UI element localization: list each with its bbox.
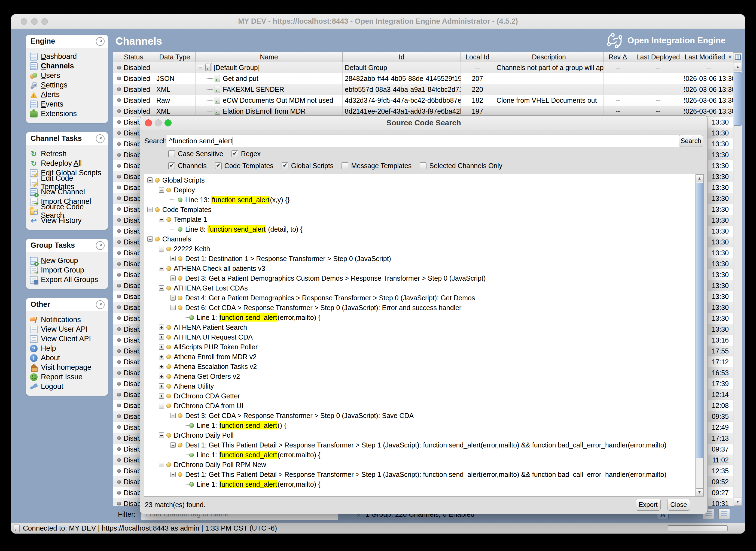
expand-node-icon[interactable]: + [170, 256, 176, 261]
table-row[interactable]: DisabledXMLFAKEXML SENDERebfb557d-08a3-4… [113, 84, 733, 95]
sidebar-item-edit-code-templates[interactable]: Edit Code Templates [30, 178, 106, 187]
tree-node[interactable]: −Template 1 [144, 214, 695, 224]
tree-scrollbar-thumb[interactable] [696, 183, 703, 458]
sidebar-item-source-code-search[interactable]: Source Code Search [30, 206, 106, 216]
column-header-last-modified[interactable]: Last Modified▼ [684, 52, 733, 62]
checkbox-icon[interactable] [282, 162, 288, 169]
tree-node[interactable]: Line 1: function send_alert() { [144, 421, 695, 430]
sidebar-item-view-client-api[interactable]: View Client API [30, 334, 106, 344]
expand-node-icon[interactable]: + [159, 374, 164, 379]
collapse-node-icon[interactable]: − [147, 207, 153, 212]
tree-node[interactable]: −Global Scripts [144, 175, 695, 185]
sidebar-item-about[interactable]: About [30, 353, 106, 363]
tree-node[interactable]: +DrChrono CDA Getter [144, 391, 695, 401]
zoom-window-button[interactable] [41, 18, 48, 25]
column-picker-button[interactable] [733, 52, 742, 62]
sidebar-item-new-group[interactable]: New Group [30, 256, 106, 265]
tree-node[interactable]: −Dest 1: Get This Patient Detail > Respo… [144, 440, 695, 450]
collapse-group-icon[interactable]: − [198, 65, 203, 70]
table-vertical-scrollbar[interactable]: ▲ ▼ [733, 62, 742, 506]
scroll-down-button[interactable]: ▼ [734, 498, 742, 506]
sidebar-item-import-group[interactable]: Import Group [30, 265, 106, 275]
tree-node[interactable]: Line 13: function send_alert(x,y) {} [144, 195, 695, 205]
expand-node-icon[interactable]: + [159, 384, 164, 389]
sidebar-item-visit-homepage[interactable]: Visit homepage [30, 363, 106, 372]
checkbox-icon[interactable] [342, 162, 348, 169]
expand-node-icon[interactable]: + [159, 393, 164, 399]
column-header-status[interactable]: Status [113, 52, 154, 62]
sidebar-item-view-user-api[interactable]: View User API [30, 325, 106, 334]
tree-node[interactable]: −ATHENA Check all patients v3 [144, 263, 695, 273]
tree-node[interactable]: Line 1: function send_alert(error,mailto… [144, 450, 695, 460]
expand-node-icon[interactable]: + [170, 276, 176, 281]
checkbox-icon[interactable] [168, 150, 175, 157]
sidebar-item-notifications[interactable]: Notifications [30, 315, 106, 325]
checkbox-regex[interactable]: Regex [231, 150, 261, 158]
collapse-panel-button[interactable]: » [96, 37, 105, 46]
sidebar-item-redeploy-all[interactable]: Redeploy All [30, 159, 106, 168]
collapse-node-icon[interactable]: − [147, 177, 153, 183]
column-header-id[interactable]: Id [343, 52, 461, 62]
expand-node-icon[interactable]: + [159, 344, 164, 350]
tree-node[interactable]: −Dest 6: Get CDA > Response Transformer … [144, 303, 695, 313]
sidebar-item-dashboard[interactable]: Dashboard [30, 52, 106, 61]
tree-node[interactable]: −DrChrono Daily Poll [144, 430, 695, 440]
scroll-up-button[interactable]: ▲ [734, 63, 742, 71]
collapse-node-icon[interactable]: − [159, 433, 164, 438]
expand-node-icon[interactable]: + [159, 364, 164, 369]
sidebar-item-settings[interactable]: Settings [30, 80, 106, 90]
close-window-button[interactable] [21, 18, 27, 25]
tree-node[interactable]: +AllScripts PHR Token Poller [144, 342, 695, 352]
tree-node[interactable]: +Athena Get Orders v2 [144, 372, 695, 381]
collapse-node-icon[interactable]: − [170, 413, 176, 418]
checkbox-code-templates[interactable]: Code Templates [215, 162, 273, 170]
checkbox-icon[interactable] [168, 162, 175, 169]
tree-node[interactable]: −Channels [144, 234, 695, 244]
tree-node[interactable]: −22222 Keith [144, 244, 695, 254]
collapse-node-icon[interactable]: − [159, 217, 164, 222]
tree-node[interactable]: +Dest 1: Destination 1 > Response Transf… [144, 254, 695, 263]
expand-node-icon[interactable]: + [170, 295, 176, 301]
tree-scroll-up-button[interactable]: ▲ [696, 174, 703, 182]
channel-view-button[interactable] [718, 509, 730, 519]
table-row[interactable]: DisabledXMLElation DisEnroll from MDR8d2… [113, 106, 733, 117]
tree-node[interactable]: +Athena Utility [144, 381, 695, 391]
sidebar-item-users[interactable]: Users [30, 71, 106, 80]
checkbox-icon[interactable] [215, 162, 222, 169]
search-button[interactable]: Search [679, 135, 703, 147]
collapse-node-icon[interactable]: − [159, 403, 164, 409]
dialog-zoom-button[interactable] [164, 119, 172, 126]
tree-node[interactable]: −Dest 3: Get CDA > Response Transformer … [144, 411, 695, 421]
table-row[interactable]: DisabledRaweCW Documents Out MDM not use… [113, 95, 733, 106]
collapse-node-icon[interactable]: − [170, 472, 176, 477]
collapse-panel-button[interactable]: » [96, 300, 105, 309]
tree-node[interactable]: Line 1: function send_alert(error,mailto… [144, 479, 695, 489]
collapse-node-icon[interactable]: − [159, 462, 164, 467]
column-header-last-deployed[interactable]: Last Deployed [632, 52, 684, 62]
tree-node[interactable]: −Code Templates [144, 205, 695, 214]
close-button[interactable]: Close [667, 499, 690, 511]
tree-node[interactable]: Line 8: function send_alert (detail, to)… [144, 224, 695, 234]
expand-node-icon[interactable]: + [159, 325, 164, 330]
collapse-panel-button[interactable]: » [96, 134, 105, 143]
collapse-panel-button[interactable]: » [96, 241, 105, 250]
checkbox-case-sensitive[interactable]: Case Sensitive [168, 150, 223, 158]
sidebar-item-channels[interactable]: Channels [30, 61, 106, 71]
expand-node-icon[interactable]: + [159, 354, 164, 360]
column-header-name[interactable]: Name [196, 52, 343, 62]
tree-node[interactable]: +ATHENA Patient Search [144, 323, 695, 332]
collapse-node-icon[interactable]: − [159, 285, 164, 291]
tree-node[interactable]: +Athena Escalation Tasks v2 [144, 362, 695, 372]
search-input[interactable]: ^function send_alert [166, 135, 684, 147]
tree-node[interactable]: +Dest 3: Get a Patient Demographics Cust… [144, 273, 695, 283]
tree-scroll-down-button[interactable]: ▼ [696, 488, 703, 496]
sidebar-item-extensions[interactable]: Extensions [30, 109, 106, 118]
table-row[interactable]: Disabled−[Default Group]Default Group--C… [113, 62, 733, 73]
column-header-description[interactable]: Description [494, 52, 604, 62]
tree-node[interactable]: −Dest 1: Get This Patient Detail > Respo… [144, 470, 695, 479]
sidebar-item-alerts[interactable]: Alerts [30, 90, 106, 99]
tree-node[interactable]: −DrChrono CDA from UI [144, 401, 695, 411]
tree-node[interactable]: +Athena Enroll from MDR v2 [144, 352, 695, 362]
sidebar-item-report-issue[interactable]: Report Issue [30, 372, 106, 382]
scrollbar-thumb[interactable] [734, 72, 742, 126]
